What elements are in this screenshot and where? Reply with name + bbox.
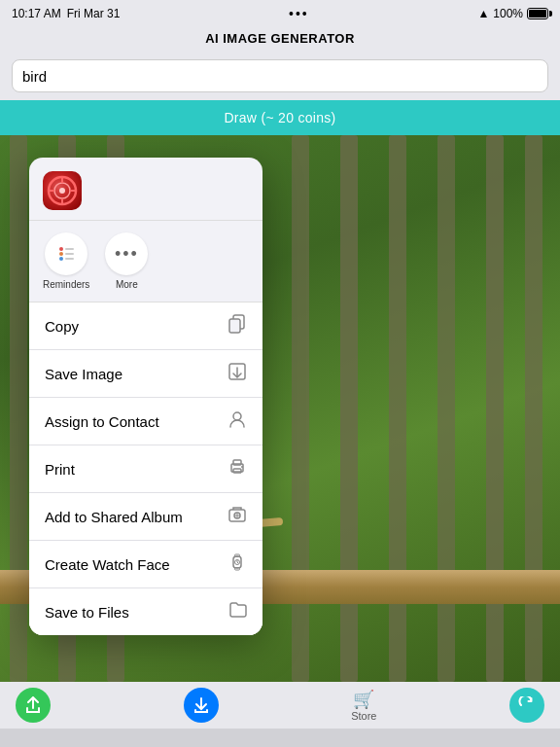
svg-rect-10 bbox=[65, 248, 74, 250]
more-icon-circle: ••• bbox=[105, 232, 148, 275]
draw-button[interactable]: Draw (~ 20 coins) bbox=[0, 100, 560, 135]
wifi-icon: ▲ bbox=[477, 7, 489, 20]
search-input[interactable] bbox=[12, 59, 548, 92]
assign-contact-label: Assign to Contact bbox=[45, 413, 159, 430]
print-label: Print bbox=[45, 461, 75, 478]
svg-rect-12 bbox=[65, 258, 74, 260]
svg-rect-14 bbox=[229, 319, 240, 333]
copy-menu-item[interactable]: Copy bbox=[29, 302, 262, 350]
save-image-icon bbox=[228, 362, 247, 385]
svg-rect-19 bbox=[233, 469, 241, 473]
share-action-more[interactable]: ••• More bbox=[105, 232, 148, 290]
more-label: More bbox=[116, 279, 138, 290]
battery-fill bbox=[529, 10, 546, 18]
battery-icon bbox=[527, 8, 548, 19]
app-title: AI IMAGE GENERATOR bbox=[0, 27, 560, 53]
share-action-reminders[interactable]: Reminders bbox=[43, 232, 89, 290]
svg-point-7 bbox=[59, 247, 63, 251]
share-app-icon-inner bbox=[43, 171, 82, 210]
create-watch-face-menu-item[interactable]: Create Watch Face bbox=[29, 541, 262, 588]
reminders-label: Reminders bbox=[43, 279, 89, 290]
svg-point-16 bbox=[233, 412, 241, 420]
save-image-menu-item[interactable]: Save Image bbox=[29, 350, 262, 398]
svg-rect-18 bbox=[233, 460, 241, 465]
bottom-toolbar: 🛒 Store bbox=[0, 682, 560, 729]
main-image-container: Reminders ••• More Copy bbox=[0, 135, 560, 682]
svg-point-8 bbox=[59, 252, 63, 256]
create-watch-face-label: Create Watch Face bbox=[45, 556, 170, 573]
share-app-icon bbox=[43, 171, 82, 210]
reminders-icon-circle bbox=[45, 232, 88, 275]
svg-point-20 bbox=[241, 466, 243, 468]
assign-contact-menu-item[interactable]: Assign to Contact bbox=[29, 398, 262, 445]
svg-point-2 bbox=[59, 188, 65, 194]
add-shared-album-label: Add to Shared Album bbox=[45, 509, 183, 525]
status-right: ▲ 100% bbox=[477, 7, 548, 20]
save-image-label: Save Image bbox=[45, 366, 122, 382]
search-container bbox=[0, 53, 560, 100]
download-button[interactable] bbox=[184, 688, 219, 723]
copy-icon bbox=[228, 314, 247, 338]
date-label: Fri Mar 31 bbox=[67, 7, 121, 20]
status-bar: 10:17 AM Fri Mar 31 ••• ▲ 100% bbox=[0, 0, 560, 27]
save-to-files-menu-item[interactable]: Save to Files bbox=[29, 588, 262, 635]
time-label: 10:17 AM bbox=[12, 7, 61, 20]
status-left: 10:17 AM Fri Mar 31 bbox=[12, 7, 120, 20]
files-icon bbox=[228, 600, 247, 623]
share-sheet: Reminders ••• More Copy bbox=[29, 158, 262, 635]
dots-indicator: ••• bbox=[289, 6, 309, 21]
album-icon bbox=[228, 505, 247, 528]
share-menu-section: Copy Save Image Assign bbox=[29, 302, 262, 635]
svg-point-9 bbox=[59, 257, 63, 261]
save-to-files-label: Save to Files bbox=[45, 604, 129, 621]
share-sheet-header bbox=[29, 158, 262, 221]
contact-icon bbox=[228, 409, 247, 433]
watch-icon bbox=[228, 552, 247, 576]
copy-label: Copy bbox=[45, 318, 79, 335]
share-actions-row: Reminders ••• More bbox=[29, 221, 262, 302]
refresh-button[interactable] bbox=[509, 688, 544, 723]
print-icon bbox=[228, 457, 247, 480]
svg-rect-11 bbox=[65, 253, 74, 255]
store-icon: 🛒 bbox=[353, 689, 374, 710]
more-dots-icon: ••• bbox=[115, 244, 139, 265]
add-shared-album-menu-item[interactable]: Add to Shared Album bbox=[29, 493, 262, 541]
print-menu-item[interactable]: Print bbox=[29, 445, 262, 493]
share-button[interactable] bbox=[16, 688, 51, 723]
store-button[interactable]: 🛒 Store bbox=[351, 689, 376, 722]
battery-percent: 100% bbox=[493, 7, 523, 20]
store-label-text: Store bbox=[351, 710, 376, 722]
